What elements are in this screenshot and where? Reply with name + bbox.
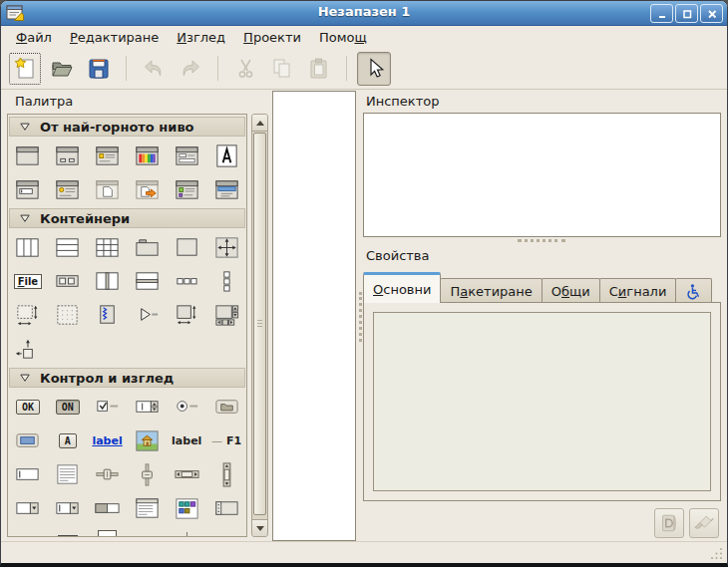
maximize-button[interactable] (675, 4, 698, 23)
copy-button[interactable] (265, 52, 299, 86)
palette-item-file-chooser-widget[interactable] (88, 172, 128, 206)
palette-item-message-dialog[interactable] (88, 139, 128, 172)
palette-item-notebook[interactable] (127, 230, 167, 264)
tab-signals[interactable]: Сигнали (599, 278, 677, 303)
palette-item-dialog[interactable] (48, 139, 88, 172)
palette-item-scrolled-layout[interactable] (206, 298, 246, 332)
arrow-down-icon (256, 526, 264, 531)
palette-item-table[interactable] (88, 230, 128, 264)
palette-grid-controls: OK ON A label label — F1 (8, 390, 246, 525)
palette-item-window[interactable] (8, 139, 48, 172)
palette-section-controls[interactable]: Контрол и изглед (9, 368, 245, 388)
palette-item-tree-view[interactable] (127, 491, 167, 525)
status-bar (1, 541, 727, 563)
palette-item-link-button[interactable]: label (88, 424, 128, 457)
palette-item-color-selection-dialog[interactable] (127, 139, 167, 172)
palette-item-menubar[interactable]: File (8, 264, 48, 298)
palette-item-radio-button[interactable] (167, 390, 206, 424)
palette-item-toggle-button[interactable]: ON (48, 390, 88, 424)
save-button[interactable] (82, 52, 116, 86)
palette-item-cell-view[interactable] (206, 491, 246, 525)
palette-section-containers[interactable]: Контейнери (9, 208, 245, 228)
palette-item-entry[interactable] (8, 457, 48, 491)
palette-item-vpaned[interactable] (127, 264, 167, 298)
palette-item-button[interactable]: OK (8, 390, 48, 424)
palette-item-hscrollbar[interactable] (167, 457, 206, 491)
close-button[interactable] (700, 4, 723, 23)
scroll-down-button[interactable] (252, 519, 267, 536)
menu-file[interactable]: Файл (7, 28, 61, 47)
menu-help[interactable]: Помощ (310, 28, 376, 47)
palette-item-alignment[interactable] (8, 332, 48, 366)
clipped-widget-icon (98, 530, 117, 537)
handle-box-icon (94, 302, 121, 329)
new-button[interactable] (8, 52, 42, 86)
palette-item-text-view[interactable] (48, 457, 88, 491)
palette-item-hbox[interactable] (8, 230, 48, 264)
palette-scrollbar[interactable] (251, 114, 268, 537)
undo-button[interactable] (137, 52, 171, 86)
palette-item-handle-box[interactable] (88, 298, 128, 332)
palette-item-label[interactable]: label (167, 424, 206, 457)
resize-grip[interactable] (709, 546, 723, 560)
tab-packing[interactable]: Пакетиране (440, 278, 542, 303)
tab-accessibility[interactable] (675, 278, 712, 303)
palette-item-color-button[interactable] (8, 424, 48, 457)
edit-style-button[interactable] (689, 508, 719, 538)
redo-button[interactable] (174, 52, 207, 86)
palette-item-recent-chooser-dialog[interactable] (127, 172, 167, 206)
palette-item-input-dialog[interactable] (8, 172, 48, 206)
palette-item-fixed[interactable] (206, 230, 246, 264)
palette-item-font-button[interactable]: A (48, 424, 88, 457)
palette-item-spin-button[interactable] (127, 390, 167, 424)
palette-item-scrolled-window[interactable] (8, 298, 48, 332)
palette-item-hscale[interactable] (88, 457, 128, 491)
tab-common[interactable]: Общи (542, 278, 600, 303)
palette-item-font-selection-dialog[interactable] (206, 139, 246, 172)
palette-item-file-chooser-button[interactable] (206, 390, 246, 424)
palette-item-toolbar[interactable] (48, 264, 88, 298)
palette-item-progress-bar[interactable] (88, 491, 128, 525)
palette-item-assistant[interactable] (206, 172, 246, 206)
title-bar[interactable]: Незапазен 1 (1, 1, 727, 26)
minimize-button[interactable] (650, 4, 673, 23)
message-dialog-icon (94, 142, 121, 169)
palette-item-hbutton-box[interactable] (167, 264, 206, 298)
design-canvas[interactable] (272, 91, 356, 541)
menu-view[interactable]: Изглед (168, 28, 234, 47)
scrollbar-thumb[interactable] (253, 133, 266, 515)
palette-item-combo-box-entry[interactable] (48, 491, 88, 525)
palette-item-viewport[interactable] (48, 298, 88, 332)
scroll-up-button[interactable] (252, 115, 267, 132)
palette-section-toplevel[interactable]: От най-горното ниво (9, 117, 245, 137)
palette-item-vscale[interactable] (127, 457, 167, 491)
palette-item-vscrollbar[interactable] (206, 457, 246, 491)
paste-button[interactable] (302, 52, 336, 86)
toolbar-separator (217, 56, 218, 81)
about-dialog-icon (54, 176, 81, 203)
palette-item-image[interactable] (127, 424, 167, 457)
palette-item-file-selection-dialog[interactable] (167, 139, 206, 172)
documentation-button[interactable] (654, 508, 684, 538)
palette-item-vbox[interactable] (48, 230, 88, 264)
palette-item-check-button[interactable] (88, 390, 128, 424)
palette-item-frame[interactable] (167, 230, 206, 264)
inspector-tree[interactable] (363, 113, 721, 237)
tab-general[interactable]: Основни (363, 272, 441, 303)
palette-item-expander[interactable] (127, 298, 167, 332)
palette-item-about-dialog[interactable] (48, 172, 88, 206)
palette-item-layout[interactable] (167, 298, 206, 332)
palette-item-icon-view[interactable] (167, 491, 206, 525)
palette-item-list-dialog[interactable] (167, 172, 206, 206)
palette-item-vbutton-box[interactable] (206, 264, 246, 298)
open-button[interactable] (45, 52, 79, 86)
cut-button[interactable] (228, 52, 262, 86)
menu-projects[interactable]: Проекти (234, 28, 310, 47)
palette-item-combo-box[interactable] (8, 491, 48, 525)
palette-item-hpaned[interactable] (88, 264, 128, 298)
selector-button[interactable] (357, 52, 391, 86)
horizontal-pane-handle[interactable] (518, 239, 565, 245)
viewport-icon (54, 302, 81, 329)
palette-item-accel-label[interactable]: — F1 (206, 424, 246, 457)
menu-edit[interactable]: Редактиране (61, 28, 168, 47)
